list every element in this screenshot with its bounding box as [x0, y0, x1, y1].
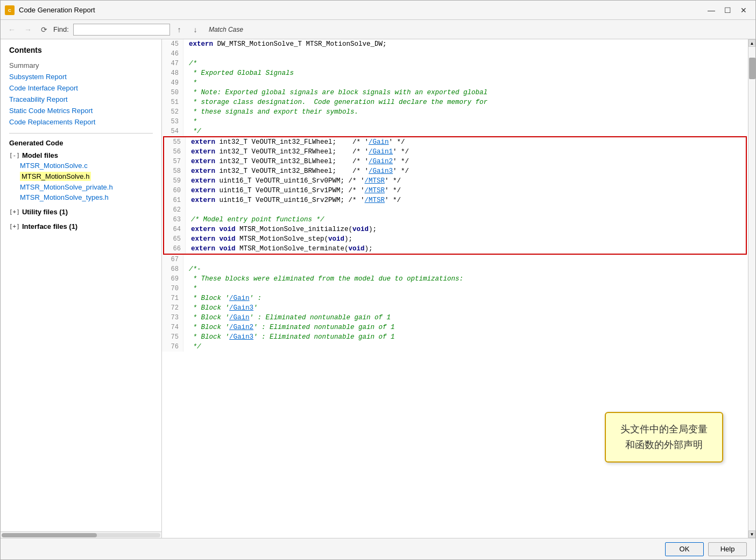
- line-code: * Exported Global Signals: [183, 68, 748, 78]
- line-number: 51: [162, 97, 183, 107]
- utility-files-group[interactable]: [+] Utility files (1): [9, 207, 153, 217]
- static-code-metrics-link[interactable]: Static Code Metrics Report: [9, 105, 153, 116]
- find-prev-button[interactable]: ↑: [172, 23, 186, 37]
- scroll-thumb: [749, 58, 755, 79]
- line-number: 65: [164, 234, 186, 244]
- tooltip-line2: 和函数的外部声明: [625, 439, 703, 450]
- line-number: 48: [162, 68, 183, 78]
- line-number: 74: [162, 323, 183, 332]
- code-line: 47 /*: [162, 59, 748, 68]
- line-code: *: [183, 78, 748, 88]
- code-replacements-link[interactable]: Code Replacements Report: [9, 116, 153, 128]
- scroll-track[interactable]: [748, 47, 755, 530]
- line-number: 71: [162, 293, 183, 303]
- h-scrollbar[interactable]: [2, 533, 160, 537]
- tooltip-box: 头文件中的全局变量 和函数的外部声明: [605, 412, 723, 463]
- tooltip-line1: 头文件中的全局变量: [620, 424, 708, 435]
- subsystem-report-link[interactable]: Subsystem Report: [9, 71, 153, 82]
- model-file-0: MTSR_MotionSolve.c: [20, 160, 153, 171]
- vertical-scrollbar[interactable]: ▲ ▼: [748, 39, 755, 538]
- line-number: 47: [162, 59, 183, 68]
- line-number: 66: [164, 244, 186, 254]
- code-line: 70 *: [162, 284, 748, 293]
- model-file-link-0[interactable]: MTSR_MotionSolve.c: [20, 162, 88, 170]
- line-code: extern void MTSR_MotionSolve_terminate(v…: [186, 244, 746, 254]
- line-code: */: [183, 342, 748, 352]
- match-case-label: Match Case: [209, 26, 243, 33]
- code-interface-report-link[interactable]: Code Interface Report: [9, 82, 153, 94]
- line-number: 62: [164, 205, 186, 215]
- code-line: 65 extern void MTSR_MotionSolve_step(voi…: [164, 234, 746, 244]
- window-title: Code Generation Report: [19, 6, 95, 14]
- line-number: 68: [162, 264, 183, 274]
- line-number: 73: [162, 313, 183, 323]
- line-number: 50: [162, 88, 183, 97]
- code-line: 75 * Block '/Gain3' : Eliminated nontuna…: [162, 332, 748, 342]
- line-number: 60: [164, 186, 186, 195]
- model-files-collapse-icon: [-]: [9, 152, 20, 159]
- minimize-button[interactable]: —: [704, 4, 719, 17]
- code-line: 66 extern void MTSR_MotionSolve_terminat…: [164, 244, 746, 254]
- find-input[interactable]: [73, 24, 170, 36]
- interface-files-label: Interface files (1): [22, 222, 77, 230]
- line-number: 54: [162, 127, 183, 136]
- line-code: extern void MTSR_MotionSolve_initialize(…: [186, 225, 746, 234]
- line-number: 55: [164, 137, 186, 147]
- summary-link[interactable]: Summary: [9, 60, 153, 71]
- line-number: 63: [164, 215, 186, 225]
- svg-text:C: C: [8, 8, 11, 13]
- refresh-button[interactable]: ⟳: [37, 23, 51, 37]
- h-scrollbar-thumb: [2, 533, 97, 537]
- title-bar-left: C Code Generation Report: [5, 5, 95, 15]
- code-line: 68 /*-: [162, 264, 748, 274]
- code-line: 69 * These blocks were eliminated from t…: [162, 274, 748, 284]
- code-line: 74 * Block '/Gain2' : Eliminated nontuna…: [162, 323, 748, 332]
- line-code: [186, 205, 746, 215]
- line-code: */: [183, 127, 748, 136]
- utility-files-collapse-icon: [+]: [9, 208, 20, 215]
- model-file-1: MTSR_MotionSolve.h: [20, 171, 153, 182]
- traceability-report-link[interactable]: Traceability Report: [9, 94, 153, 105]
- code-line: 45 extern DW_MTSR_MotionSolve_T MTSR_Mot…: [162, 39, 748, 49]
- line-code: extern int32_T VeOUTR_int32_BLWheel; /* …: [186, 157, 746, 166]
- line-code: * Block '/Gain3': [183, 303, 748, 313]
- line-number: 69: [162, 274, 183, 284]
- model-file-link-3[interactable]: MTSR_MotionSolve_types.h: [20, 193, 109, 201]
- line-code: [183, 255, 748, 264]
- code-line: 76 */: [162, 342, 748, 352]
- close-button[interactable]: ✕: [736, 4, 751, 17]
- line-code: extern uint16_T VeOUTR_uint16_Srv1PWM; /…: [186, 186, 746, 195]
- scroll-down-button[interactable]: ▼: [748, 530, 755, 538]
- line-code: * Block '/Gain3' : Eliminated nontunable…: [183, 332, 748, 342]
- model-file-3: MTSR_MotionSolve_types.h: [20, 192, 153, 202]
- line-code: extern int32_T VeOUTR_int32_FLWheel; /* …: [186, 137, 746, 147]
- help-button[interactable]: Help: [708, 542, 747, 556]
- main-content: Contents Summary Subsystem Report Code I…: [1, 39, 755, 538]
- ok-button[interactable]: OK: [665, 542, 704, 556]
- model-files-group[interactable]: [-] Model files: [9, 150, 153, 160]
- forward-button[interactable]: →: [21, 23, 35, 37]
- line-number: 58: [164, 166, 186, 176]
- code-area[interactable]: 45 extern DW_MTSR_MotionSolve_T MTSR_Mot…: [162, 39, 748, 538]
- code-line: 49 *: [162, 78, 748, 88]
- code-line: 52 * these signals and export their symb…: [162, 107, 748, 117]
- interface-files-group[interactable]: [+] Interface files (1): [9, 221, 153, 232]
- model-file-link-2[interactable]: MTSR_MotionSolve_private.h: [20, 183, 113, 191]
- line-number: 53: [162, 117, 183, 127]
- model-files-list: MTSR_MotionSolve.c MTSR_MotionSolve.h MT…: [20, 160, 153, 202]
- model-files-label: Model files: [22, 151, 58, 159]
- line-number: 64: [164, 225, 186, 234]
- main-window: C Code Generation Report — ☐ ✕ ← → ⟳ Fin…: [0, 0, 756, 560]
- model-file-selected-1[interactable]: MTSR_MotionSolve.h: [20, 172, 91, 181]
- find-next-button[interactable]: ↓: [188, 23, 202, 37]
- code-line: 73 * Block '/Gain' : Eliminated nontunab…: [162, 313, 748, 323]
- find-label: Find:: [53, 25, 69, 33]
- line-code: * Block '/Gain2' : Eliminated nontunable…: [183, 323, 748, 332]
- highlight-region: 55 extern int32_T VeOUTR_int32_FLWheel; …: [163, 136, 747, 255]
- back-button[interactable]: ←: [5, 23, 19, 37]
- maximize-button[interactable]: ☐: [720, 4, 735, 17]
- line-number: 57: [164, 157, 186, 166]
- left-panel-scrollbar[interactable]: [1, 531, 161, 538]
- line-number: 46: [162, 49, 183, 59]
- scroll-up-button[interactable]: ▲: [748, 39, 755, 47]
